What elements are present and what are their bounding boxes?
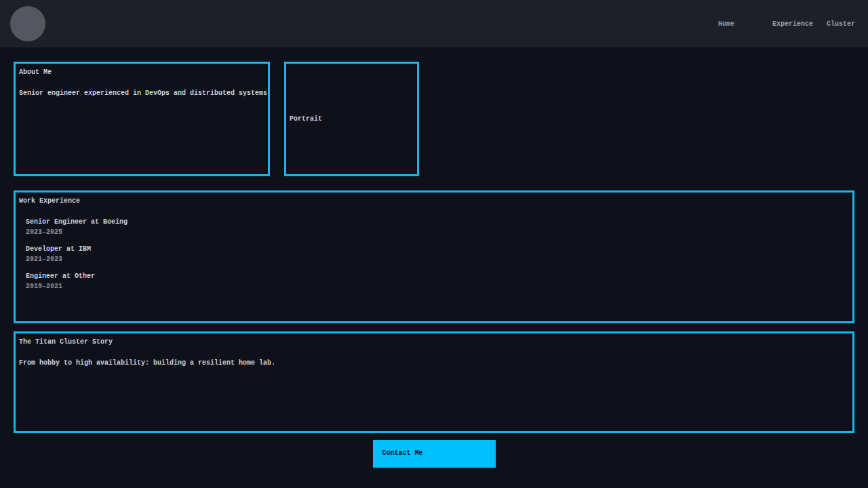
about-body: Senior engineer experienced in DevOps an… [19, 88, 264, 98]
main-content: About Me Senior engineer experienced in … [0, 62, 868, 468]
navbar: Home Experience Cluster [0, 0, 868, 47]
cluster-story-title: The Titan Cluster Story [19, 337, 849, 347]
experience-role: Developer at IBM [26, 244, 849, 254]
experience-entry: Engineer at Other 2019–2021 [26, 271, 849, 291]
nav-links: Home Experience Cluster [718, 19, 855, 29]
cluster-story-body: From hobby to high availability: buildin… [19, 358, 849, 368]
experience-entry: Developer at IBM 2021–2023 [26, 244, 849, 264]
experience-role: Engineer at Other [26, 271, 849, 281]
contact-button[interactable]: Contact Me [373, 440, 496, 468]
work-experience-title: Work Experience [19, 196, 849, 206]
experience-years: 2023–2025 [26, 227, 849, 237]
experience-role: Senior Engineer at Boeing [26, 217, 849, 227]
nav-link-experience[interactable]: Experience [772, 19, 813, 29]
nav-link-cluster[interactable]: Cluster [827, 19, 855, 29]
avatar[interactable] [10, 6, 45, 41]
work-experience-card: Work Experience Senior Engineer at Boein… [14, 190, 854, 323]
portrait-card: Portrait [284, 62, 419, 176]
contact-button-row: Contact Me [14, 440, 854, 468]
experience-years: 2021–2023 [26, 254, 849, 264]
cluster-story-card: The Titan Cluster Story From hobby to hi… [14, 331, 854, 433]
portrait-placeholder: Portrait [290, 115, 322, 123]
nav-link-home[interactable]: Home [718, 19, 734, 29]
about-title: About Me [19, 67, 264, 77]
about-card: About Me Senior engineer experienced in … [14, 62, 270, 176]
top-row: About Me Senior engineer experienced in … [14, 62, 854, 176]
experience-years: 2019–2021 [26, 281, 849, 291]
experience-entry: Senior Engineer at Boeing 2023–2025 [26, 217, 849, 237]
